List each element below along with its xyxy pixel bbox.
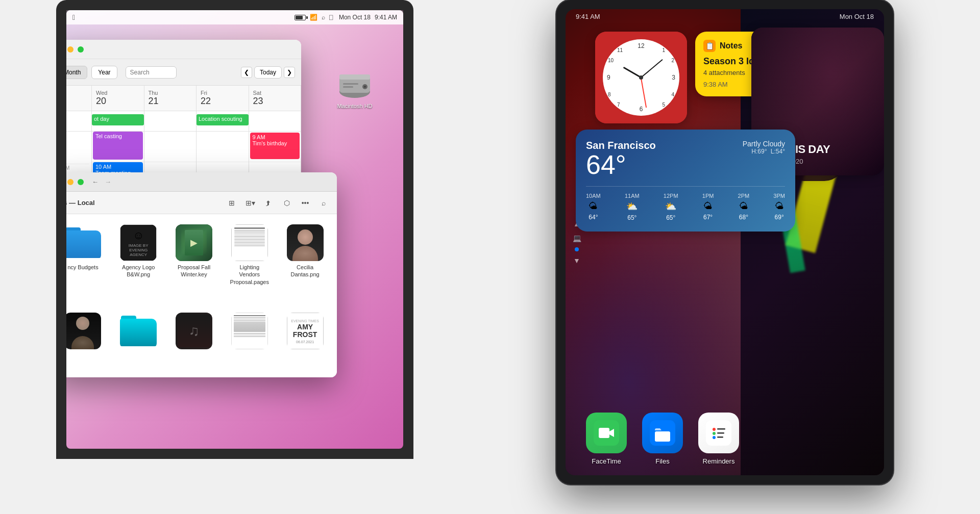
clock-11: 11 — [617, 47, 623, 53]
month-view-button[interactable]: Month — [66, 66, 87, 79]
weather-widget[interactable]: San Francisco 64° Partly Cloudy H:69° L:… — [576, 130, 795, 232]
dock-app-reminders[interactable]: Reminders — [698, 413, 739, 465]
fullscreen-button[interactable] — [78, 46, 84, 53]
reminders-label: Reminders — [703, 457, 735, 465]
svg-rect-2 — [339, 74, 370, 80]
agency-logo-thumbnail: ☺ IMAGE BYEVENING AGENCY — [120, 224, 157, 261]
clock-second-hand — [641, 78, 647, 108]
finder-item-dark1[interactable] — [66, 309, 109, 371]
clock-6: 6 — [640, 106, 643, 113]
tel-casting-event[interactable]: Tel casting — [93, 132, 143, 160]
finder-item-magazine[interactable]: EVENING TIMES AMYFROST 06.07.2021 — [279, 309, 331, 371]
finder-item-agency-logo[interactable]: ☺ IMAGE BYEVENING AGENCY Agency Logo B&W… — [113, 220, 164, 304]
laptop-icon: 💻 — [572, 233, 582, 243]
proposal-fw-thumbnail: ▶ — [176, 224, 212, 261]
arrow-down-icon[interactable]: ▼ — [572, 255, 582, 266]
macbook:  📶 ⌕ ⎕ Mon Oct 18 9:41 AM — [51, 0, 419, 514]
files-icon[interactable] — [642, 413, 683, 453]
today-button[interactable]: Today — [254, 66, 282, 79]
tims-birthday-event[interactable]: 9 AMTim's birthday — [250, 133, 300, 159]
finder-item-folder-cyan[interactable] — [113, 309, 164, 371]
svg-point-11 — [713, 428, 716, 431]
clock-face: 12 3 6 9 1 11 2 10 4 8 5 7 — [603, 39, 679, 116]
dock-app-files[interactable]: Files — [642, 413, 683, 465]
dark1-thumbnail — [66, 313, 101, 349]
finder-content: ncy Budgets ☺ IMAGE BYEVENING AGENCY — [66, 214, 337, 377]
svg-rect-14 — [717, 428, 725, 430]
cecilia-thumbnail — [287, 224, 324, 261]
facetime-label: FaceTime — [592, 457, 621, 465]
cecilia-label: Cecilia Dantas.png — [285, 264, 326, 278]
otday-event[interactable]: ot day — [92, 114, 144, 125]
apple-logo-icon:  — [72, 13, 75, 21]
weather-top: San Francisco 64° Partly Cloudy H:69° L:… — [586, 140, 785, 178]
year-view-button[interactable]: Year — [91, 66, 117, 79]
allday-row: ot day Location scouting — [66, 111, 301, 132]
weather-icon-1pm: 🌤 — [703, 201, 713, 212]
calendar-toolbar: Month Year ❮ Today ❯ — [66, 59, 301, 86]
next-month-button[interactable]: ❯ — [284, 67, 295, 78]
desktop-macintosh-hd[interactable]: Macintosh HD — [337, 65, 373, 109]
clock-8: 8 — [608, 92, 611, 97]
calendar-header: Wed 20 Thu 21 Fri 22 — [66, 86, 301, 111]
finder-share-button[interactable]: ⮭ — [261, 196, 276, 210]
macintosh-hd-label: Macintosh HD — [337, 103, 372, 109]
dock-app-facetime[interactable]: FaceTime — [586, 413, 627, 465]
finder-window: ← → nts — Local ⊞ ⊞▾ ⮭ ⬡ ••• ⌕ — [66, 172, 337, 377]
mac-desktop: Macintosh HD Month Year — [66, 24, 403, 449]
time-col-header — [66, 86, 92, 111]
weather-left: San Francisco 64° — [586, 140, 656, 178]
finder-more-button[interactable]: ••• — [298, 196, 312, 210]
reminders-icon[interactable] — [698, 413, 739, 453]
finder-item-proposal-fw[interactable]: ▶ Proposal Fall Winter.key — [168, 220, 220, 304]
weather-icon-2pm: 🌤 — [739, 201, 748, 212]
finder-item-cecilia[interactable]: Cecilia Dantas.png — [279, 220, 331, 304]
finder-item-lighting[interactable]: Lighting Vendors Proposal.pages — [224, 220, 275, 304]
finder-item-doc2[interactable] — [224, 309, 275, 371]
prev-month-button[interactable]: ❮ — [241, 67, 252, 78]
finder-sort-button[interactable]: ⊞▾ — [243, 196, 257, 210]
finder-item-music[interactable]: ♫ — [168, 309, 220, 371]
screen-icon: ⎕ — [329, 14, 333, 21]
battery-fill — [296, 16, 303, 19]
weather-condition: Partly Cloudy — [743, 140, 785, 148]
music-thumbnail: ♫ — [176, 313, 212, 349]
finder-item-budgets[interactable]: ncy Budgets — [66, 220, 109, 304]
folder-blue-icon — [66, 224, 101, 261]
wifi-icon: 📶 — [310, 14, 317, 21]
ipad-statusbar: 9:41 AM Mon Oct 18 — [566, 9, 884, 23]
wed-allday: ot day — [92, 111, 144, 131]
clock-widget[interactable]: 12 3 6 9 1 11 2 10 4 8 5 7 — [595, 32, 687, 123]
notes-app-icon: 📋 — [703, 40, 716, 52]
search-icon[interactable]: ⌕ — [322, 14, 325, 21]
weather-icon-11am: ⛅ — [626, 201, 638, 212]
clock-center-dot — [639, 75, 643, 80]
clock-1: 1 — [662, 47, 665, 53]
calendar-search-input[interactable] — [126, 66, 177, 79]
ipad-time: 9:41 AM — [576, 13, 600, 20]
svg-rect-15 — [717, 432, 724, 434]
finder-minimize-button[interactable] — [67, 179, 74, 185]
calendar-nav: ❮ Today ❯ — [241, 66, 295, 79]
svg-rect-5 — [343, 83, 358, 85]
location-scouting-event[interactable]: Location scouting — [197, 114, 249, 125]
fri-allday: Location scouting — [197, 111, 249, 131]
finder-search-button[interactable]: ⌕ — [316, 196, 331, 210]
weather-icon-3pm: 🌤 — [775, 201, 784, 212]
scene:  📶 ⌕ ⎕ Mon Oct 18 9:41 AM — [0, 0, 980, 514]
weather-hour-2pm: 2PM 🌤 68° — [738, 193, 750, 221]
finder-tag-button[interactable]: ⬡ — [280, 196, 294, 210]
clock-2: 2 — [671, 58, 674, 63]
facetime-icon[interactable] — [586, 413, 627, 453]
thu-header: Thu 21 — [144, 86, 197, 111]
minimize-button[interactable] — [67, 46, 74, 53]
menubar-time: 9:41 AM — [375, 14, 397, 21]
time-col-allday — [66, 111, 92, 131]
finder-view-grid-button[interactable]: ⊞ — [225, 196, 239, 210]
wed-header: Wed 20 — [92, 86, 144, 111]
files-label: Files — [655, 457, 669, 465]
fri-header: Fri 22 — [197, 86, 249, 111]
ipad-dock: FaceTime Files — [576, 413, 884, 465]
doc2-thumbnail — [231, 313, 268, 349]
finder-fullscreen-button[interactable] — [78, 179, 84, 185]
